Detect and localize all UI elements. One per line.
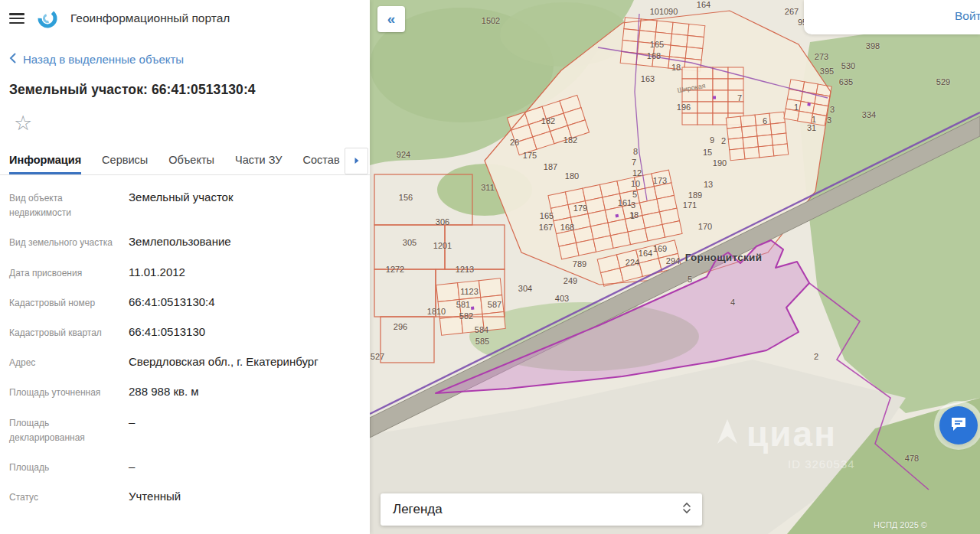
field-row: Дата присвоения11.01.2012 <box>9 264 361 281</box>
menu-icon[interactable] <box>9 13 24 24</box>
portal-logo <box>36 7 59 30</box>
chevron-right-icon <box>354 157 360 166</box>
parcel-label: 6 <box>763 116 767 125</box>
parcel-label: 398 <box>866 41 880 50</box>
field-value: 288 988 кв. м <box>129 383 361 400</box>
parcel-label: 1810 <box>427 307 446 316</box>
field-row: Вид объекта недвижимостиЗемельный участо… <box>9 189 361 220</box>
parcel-label: 168 <box>647 51 661 60</box>
parcel-label: 395 <box>820 67 834 76</box>
parcel-label: 163 <box>641 74 655 83</box>
parcel-label: 167 <box>539 223 553 232</box>
parcel-label: 7 <box>632 158 636 167</box>
parcel-label: 635 <box>839 77 853 86</box>
parcel-label: 196 <box>677 103 691 112</box>
field-value: Свердловская обл., г. Екатеринбург <box>129 353 361 370</box>
parcel-label: 582 <box>459 311 473 321</box>
parcel-label: 182 <box>564 135 577 145</box>
tabs-more-button[interactable] <box>345 148 368 174</box>
legend-bar[interactable]: Легенда <box>381 493 702 526</box>
parcel-label: 273 <box>815 52 828 61</box>
parcel-label: 249 <box>564 276 577 285</box>
parcel-label: 304 <box>518 284 532 293</box>
map[interactable]: 1502101090164267951709398273530395635529… <box>370 0 980 534</box>
parcel-label: 190 <box>713 158 727 168</box>
parcel-label: 296 <box>394 322 407 331</box>
parcel-label: 3 <box>827 116 831 125</box>
field-row: Вид земельного участкаЗемлепользование <box>9 233 361 250</box>
parcel-label: 1213 <box>456 265 474 274</box>
tab-Части ЗУ[interactable]: Части ЗУ <box>235 154 283 174</box>
chat-icon <box>949 414 969 437</box>
parcel-label: 789 <box>573 259 586 269</box>
parcel-label: 1502 <box>482 16 500 25</box>
parcel-label: 12 <box>632 168 642 177</box>
parcel-label: 164 <box>697 0 710 9</box>
field-label: Площадь уточненная <box>9 383 126 400</box>
parcel-label: 171 <box>683 200 697 210</box>
parcel-label: 179 <box>573 204 587 213</box>
login-button[interactable]: Войти <box>955 9 980 23</box>
map-labels: 1502101090164267951709398273530395635529… <box>370 0 980 534</box>
tab-Состав[interactable]: Состав <box>303 154 340 174</box>
parcel-label: 5 <box>688 275 692 284</box>
parcel-label: 3 <box>631 200 635 210</box>
field-value: – <box>129 458 361 475</box>
parcel-label: 585 <box>475 337 489 346</box>
field-label: Статус <box>9 488 126 505</box>
parcel-label: 2 <box>814 352 818 361</box>
legend-toggle-icon[interactable] <box>682 501 691 518</box>
field-value: 11.01.2012 <box>129 264 361 281</box>
collapse-panel-button[interactable]: « <box>377 6 405 32</box>
parcel-label: 15 <box>703 148 712 157</box>
chat-button[interactable] <box>939 406 978 444</box>
tab-Объекты[interactable]: Объекты <box>168 154 214 174</box>
left-panel: Геоинформационный портал Назад в выделен… <box>0 0 370 534</box>
parcel-label: 306 <box>436 217 449 226</box>
field-value: Земельный участок <box>129 189 361 220</box>
field-label: Площадь <box>9 458 126 475</box>
field-row: Площадь уточненная288 988 кв. м <box>9 383 361 400</box>
field-label: Адрес <box>9 353 126 370</box>
field-row: Кадастровый квартал66:41:0513130 <box>9 324 361 340</box>
panel-topbar: Геоинформационный портал <box>0 0 370 37</box>
parcel-label: 156 <box>399 193 413 202</box>
parcel-label: 581 <box>456 300 470 309</box>
field-label: Площадь декларированная <box>9 414 126 445</box>
back-link[interactable]: Назад в выделенные объекты <box>9 53 361 66</box>
parcel-label: 924 <box>397 150 410 159</box>
parcel-label: 403 <box>555 294 569 303</box>
tabs: ИнформацияСервисыОбъектыЧасти ЗУСостав <box>0 146 345 174</box>
place-label: Горнощитский <box>685 252 762 263</box>
parcel-label: 26 <box>510 138 519 147</box>
field-value: Землепользование <box>129 233 361 250</box>
tabs-bar: ИнформацияСервисыОбъектыЧасти ЗУСостав <box>0 146 370 175</box>
parcel-label: 478 <box>905 454 919 463</box>
field-value: 66:41:0513130:4 <box>129 294 361 311</box>
field-label: Вид земельного участка <box>9 233 126 250</box>
parcel-label: 165 <box>650 40 664 49</box>
parcel-label: 305 <box>403 238 416 247</box>
field-row: Кадастровый номер66:41:0513130:4 <box>9 294 361 311</box>
login-bar: Войти <box>804 0 980 34</box>
legend-title: Легенда <box>393 502 443 517</box>
parcel-label: 4 <box>730 298 735 307</box>
parcel-label: 527 <box>371 352 384 361</box>
field-row: Площадь– <box>9 458 361 475</box>
field-row: СтатусУчтенный <box>9 488 361 505</box>
chevron-left-icon <box>9 53 16 66</box>
tab-Сервисы[interactable]: Сервисы <box>102 154 148 174</box>
parcel-label: 173 <box>653 176 667 185</box>
parcel-label: 334 <box>862 110 876 119</box>
field-row: Площадь декларированная– <box>9 414 361 445</box>
field-row: АдресСвердловская обл., г. Екатеринбург <box>9 353 361 370</box>
parcel-label: 584 <box>475 325 488 334</box>
parcel-label: 182 <box>541 116 555 125</box>
tab-Информация[interactable]: Информация <box>9 154 81 174</box>
parcel-label: 31 <box>807 123 816 132</box>
favorite-star-button[interactable]: ☆ <box>14 113 37 134</box>
parcel-label: 164 <box>639 249 652 258</box>
field-label: Кадастровый квартал <box>9 324 126 340</box>
parcel-label: 180 <box>565 171 579 181</box>
parcel-label: 165 <box>540 211 554 220</box>
